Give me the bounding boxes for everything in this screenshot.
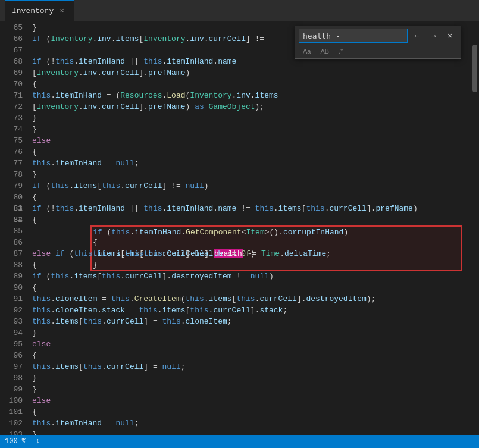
line-row: 85 [2,225,471,237]
line-row: 98 } [2,372,471,384]
line-row: 95 else [2,339,471,350]
search-widget: ← → × Aa AB .* [295,26,461,59]
zoom-label: 100 % [5,437,26,446]
line-row: 102 this.itemInHand = null; [2,418,471,429]
line-row: 80 { [2,192,471,203]
search-case-button[interactable]: Aa [300,46,314,56]
line-row: 99 } [2,384,471,395]
line-row: 93 this.items[this.currCell] = this.clon… [2,316,471,327]
search-word-button[interactable]: AB [317,46,332,56]
search-input[interactable] [299,29,408,43]
line-row: 86 [2,237,471,248]
line-row: 73 } [2,112,471,124]
scrollbar-vertical[interactable] [471,21,479,435]
scrollbar-thumb[interactable] [472,45,477,92]
line-row: 71 this.itemInHand = (Resources.Load(Inv… [2,90,471,101]
line-row: 101 { [2,406,471,418]
search-close-button[interactable]: × [443,29,457,43]
search-prev-button[interactable]: ← [410,29,424,43]
line-row: 92 this.cloneItem.stack = this.items[thi… [2,305,471,316]
line-row: 103 } [2,429,471,435]
code-editor[interactable]: 65 } 66 if (Inventory.inv.items[Inventor… [0,21,471,435]
tab-close-icon[interactable]: × [57,7,67,16]
line-row: 69 [Inventory.inv.currCell].prefName) [2,67,471,79]
line-row: 79 if (this.items[this.currCell] != null… [2,180,471,192]
line-row: 75 else [2,135,471,146]
line-row: 87 else if (this.items[this.currCell].he… [2,248,471,259]
line-row: 77 this.itemInHand = null; [2,158,471,169]
line-row: 100 else [2,395,471,406]
line-row: 90 { [2,282,471,293]
line-row: 91 this.cloneItem = this.CreateItem(this… [2,293,471,305]
zoom-level[interactable]: 100 % [5,437,26,446]
line-row: 74 } [2,124,471,135]
line-row: 78 } [2,169,471,180]
line-row: 88 { [2,259,471,271]
caret-indicator: ↕ [36,437,40,446]
caret-icon: ↕ [36,437,40,446]
line-row: 83 [2,203,471,214]
status-bar: 100 % ↕ [0,435,479,448]
tab-inventory[interactable]: Inventory × [5,0,74,21]
search-next-button[interactable]: → [427,29,441,43]
line-row: 94 } [2,327,471,339]
search-regex-button[interactable]: .* [336,46,346,56]
line-row: 89 if (this.items[this.currCell].destroy… [2,271,471,282]
tab-label: Inventory [12,7,54,15]
title-bar: Inventory × [0,0,479,21]
line-row: 76 { [2,146,471,158]
line-row: 70 { [2,79,471,90]
line-row: 97 this.items[this.currCell] = null; [2,361,471,372]
line-row: 84 [2,214,471,225]
line-row: 96 { [2,350,471,361]
editor-container: ← → × Aa AB .* 65 } 66 if (Inventory. [0,21,479,435]
line-row: 72 [Inventory.inv.currCell].prefName) as… [2,101,471,112]
